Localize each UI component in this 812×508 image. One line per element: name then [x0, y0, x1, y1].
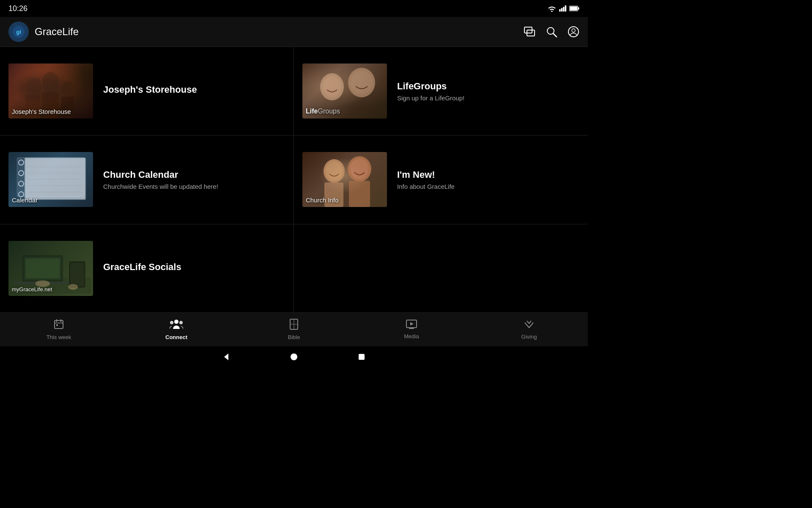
- chat-icon[interactable]: [524, 26, 535, 38]
- church-calendar-text: Church Calendar Churchwide Events will b…: [93, 169, 218, 190]
- im-new-title: I'm New!: [397, 169, 455, 180]
- josephs-storehouse-item[interactable]: Joseph's Storehouse Joseph's Storehouse: [0, 47, 294, 135]
- connect-label: Connect: [165, 334, 187, 340]
- svg-rect-41: [349, 181, 370, 207]
- home-button[interactable]: [290, 353, 298, 361]
- svg-point-66: [291, 353, 297, 360]
- back-button[interactable]: [222, 353, 230, 361]
- svg-text:gl: gl: [16, 29, 21, 35]
- status-bar: 10:26: [0, 0, 588, 17]
- svg-point-23: [323, 76, 341, 97]
- nav-this-week[interactable]: This week: [38, 315, 80, 344]
- connect-icon: [170, 319, 183, 332]
- josephs-storehouse-text: Joseph's Storehouse: [93, 84, 197, 98]
- church-calendar-thumb-label: Calendar: [12, 196, 38, 204]
- lifegroups-thumb-label: LifeGroups: [306, 108, 340, 115]
- svg-point-57: [170, 321, 173, 324]
- top-bar-right: [524, 26, 579, 38]
- nav-giving[interactable]: Giving: [508, 316, 550, 343]
- nav-bible[interactable]: Bible: [273, 315, 315, 344]
- empty-cell: [294, 224, 588, 312]
- svg-point-50: [68, 284, 78, 290]
- svg-point-26: [19, 171, 24, 176]
- svg-point-14: [572, 29, 575, 32]
- svg-point-16: [42, 72, 59, 93]
- svg-rect-6: [570, 7, 577, 10]
- im-new-text: I'm New! Info about GraceLife: [387, 169, 455, 190]
- bottom-nav: This week Connect Bible: [0, 312, 588, 346]
- im-new-thumb-label: Church Info: [306, 196, 339, 204]
- lifegroups-title: LifeGroups: [397, 81, 464, 92]
- svg-point-17: [61, 81, 74, 97]
- im-new-subtitle: Info about GraceLife: [397, 183, 455, 190]
- bible-icon: [289, 319, 299, 332]
- svg-rect-67: [359, 354, 365, 360]
- signal-icon: [559, 5, 567, 12]
- svg-point-27: [19, 181, 24, 186]
- account-icon[interactable]: [568, 26, 579, 38]
- svg-point-24: [351, 71, 373, 94]
- svg-marker-63: [410, 322, 414, 326]
- church-calendar-title: Church Calendar: [103, 169, 218, 180]
- media-icon: [406, 320, 417, 331]
- lifegroups-text: LifeGroups Sign up for a LifeGroup!: [387, 81, 464, 102]
- svg-rect-1: [561, 8, 563, 11]
- svg-rect-5: [578, 7, 579, 10]
- im-new-item[interactable]: Church Info I'm New! Info about GraceLif…: [294, 135, 588, 224]
- this-week-icon: [53, 319, 64, 332]
- church-calendar-subtitle: Churchwide Events will be updated here!: [103, 183, 218, 190]
- svg-rect-0: [559, 9, 561, 11]
- svg-rect-55: [56, 324, 58, 326]
- gracelife-socials-thumb: myGraceLife.net: [8, 241, 93, 296]
- church-calendar-thumb: Calendar: [8, 152, 93, 207]
- media-label: Media: [404, 333, 419, 340]
- svg-point-40: [350, 158, 369, 179]
- status-time: 10:26: [8, 4, 27, 13]
- gracelife-socials-text: GraceLife Socials: [93, 262, 181, 275]
- giving-label: Giving: [521, 334, 537, 340]
- lifegroups-thumb: LifeGroups: [302, 64, 387, 119]
- top-bar-left: gl GraceLife: [8, 22, 79, 42]
- battery-icon: [569, 6, 579, 11]
- svg-rect-48: [70, 263, 84, 286]
- svg-rect-3: [565, 6, 567, 11]
- this-week-label: This week: [47, 334, 71, 340]
- gracelife-socials-item[interactable]: myGraceLife.net GraceLife Socials: [0, 224, 294, 312]
- lifegroups-item[interactable]: LifeGroups LifeGroups Sign up for a Life…: [294, 47, 588, 135]
- app-title: GraceLife: [35, 26, 79, 38]
- svg-marker-65: [224, 353, 228, 360]
- nav-connect[interactable]: Connect: [155, 315, 198, 344]
- lifegroups-subtitle: Sign up for a LifeGroup!: [397, 94, 464, 102]
- nav-media[interactable]: Media: [390, 316, 433, 343]
- gracelife-socials-title: GraceLife Socials: [103, 262, 181, 273]
- svg-rect-51: [55, 320, 63, 329]
- top-bar: gl GraceLife: [0, 17, 588, 47]
- svg-rect-2: [563, 7, 565, 11]
- svg-point-25: [19, 160, 24, 165]
- wifi-icon: [547, 5, 557, 12]
- app-logo: gl: [8, 22, 29, 42]
- giving-icon: [523, 319, 535, 332]
- main-content: Joseph's Storehouse Joseph's Storehouse …: [0, 47, 588, 312]
- gracelife-socials-thumb-label: myGraceLife.net: [12, 286, 52, 293]
- svg-rect-30: [25, 158, 85, 199]
- svg-point-37: [326, 161, 343, 181]
- system-nav: [0, 346, 588, 367]
- church-calendar-item[interactable]: Calendar Church Calendar Churchwide Even…: [0, 135, 294, 224]
- svg-point-56: [174, 320, 178, 324]
- josephs-storehouse-thumb: Joseph's Storehouse: [8, 64, 93, 119]
- bible-label: Bible: [288, 334, 300, 340]
- im-new-thumb: Church Info: [302, 152, 387, 207]
- search-icon[interactable]: [546, 26, 557, 38]
- josephs-storehouse-thumb-label: Joseph's Storehouse: [12, 108, 71, 115]
- svg-point-58: [179, 321, 183, 324]
- recents-button[interactable]: [357, 353, 366, 361]
- svg-line-12: [553, 33, 557, 37]
- josephs-storehouse-title: Joseph's Storehouse: [103, 84, 197, 95]
- svg-rect-45: [25, 258, 60, 278]
- svg-point-15: [26, 77, 41, 96]
- status-icons: [547, 5, 579, 12]
